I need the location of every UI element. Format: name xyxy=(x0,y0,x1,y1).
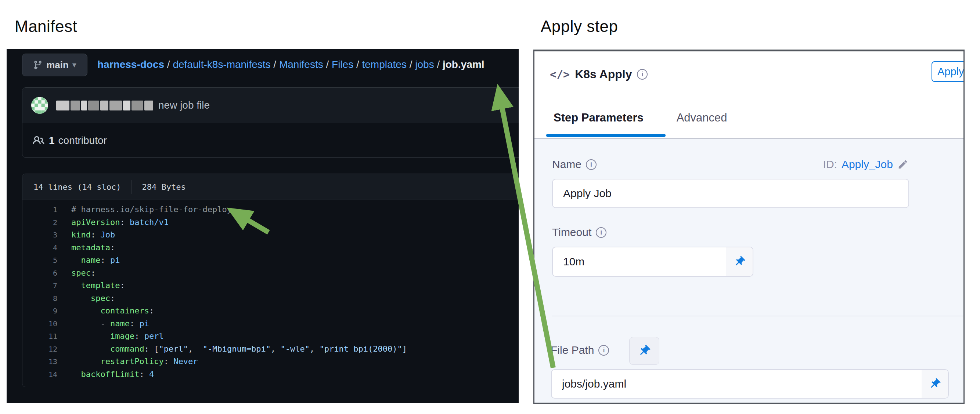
code-line: 5 name: pi xyxy=(22,254,519,267)
code-token xyxy=(71,306,100,315)
code-token: name xyxy=(110,319,130,328)
code-line: 10 - name: pi xyxy=(22,317,519,330)
timeout-input[interactable] xyxy=(552,247,753,277)
code-token xyxy=(71,332,110,341)
branch-name: main xyxy=(46,59,69,71)
code-token: : xyxy=(100,255,110,265)
line-number[interactable]: 13 xyxy=(22,355,57,368)
code-line: 12 command: ["perl", "-Mbignum=bpi", "-w… xyxy=(22,343,519,355)
file-path-pin-button[interactable] xyxy=(629,337,659,365)
breadcrumb-item[interactable]: Files xyxy=(332,59,353,70)
code-line: 1# harness.io/skip-file-for-deploy xyxy=(22,203,519,216)
breadcrumb-item[interactable]: templates xyxy=(362,59,407,70)
name-input[interactable] xyxy=(552,179,909,208)
line-content: metadata: xyxy=(57,241,115,254)
avatar[interactable] xyxy=(31,97,48,114)
code-token: "-wle" xyxy=(281,344,310,354)
code-line: 3kind: Job xyxy=(22,228,519,241)
breadcrumb-separator: / xyxy=(323,59,332,70)
timeout-field xyxy=(552,247,753,277)
breadcrumb-separator: / xyxy=(164,59,173,70)
commit-row: new job file xyxy=(22,88,519,123)
code-token: containers xyxy=(100,306,149,315)
timeout-field-label: Timeout i xyxy=(552,226,606,239)
latest-commit-box: new job file 1 contributor xyxy=(22,87,519,158)
branch-selector-button[interactable]: main ▾ xyxy=(22,54,88,76)
info-icon[interactable]: i xyxy=(596,227,606,238)
code-token: pi xyxy=(110,255,120,265)
info-icon[interactable]: i xyxy=(598,345,609,355)
timeout-pin-toggle[interactable] xyxy=(726,247,752,276)
file-stats-bar: 14 lines (14 sloc) 284 Bytes xyxy=(22,174,519,200)
line-number[interactable]: 12 xyxy=(22,343,57,355)
id-value-link[interactable]: Apply_Job xyxy=(842,158,893,171)
code-token: ] xyxy=(402,344,407,354)
active-tab-underline xyxy=(546,134,666,137)
info-icon[interactable]: i xyxy=(637,69,648,79)
apply-changes-button[interactable]: Apply xyxy=(932,61,964,82)
code-token: spec xyxy=(91,293,110,303)
file-path-field xyxy=(551,369,949,398)
line-content: # harness.io/skip-file-for-deploy xyxy=(57,203,232,216)
tab-step-parameters[interactable]: Step Parameters xyxy=(554,111,644,124)
people-icon xyxy=(33,135,45,146)
pushpin-icon xyxy=(733,255,746,268)
redacted-username[interactable] xyxy=(56,101,153,111)
code-token xyxy=(71,281,81,290)
line-content: command: ["perl", "-Mbignum=bpi", "-wle"… xyxy=(57,343,407,355)
code-token: batch/v1 xyxy=(130,217,169,227)
line-number[interactable]: 7 xyxy=(22,279,57,292)
file-path-input[interactable] xyxy=(551,369,949,398)
breadcrumb-item[interactable]: harness-docs xyxy=(97,59,164,70)
apply-step-section-title: Apply step xyxy=(541,17,618,36)
pencil-icon[interactable] xyxy=(897,159,908,170)
contributor-count: 1 xyxy=(49,135,55,146)
code-token: : xyxy=(164,357,174,366)
code-token: Job xyxy=(100,230,115,239)
code-token: name xyxy=(81,255,101,265)
line-number[interactable]: 5 xyxy=(22,254,57,267)
contributors-row[interactable]: 1 contributor xyxy=(22,123,519,158)
breadcrumb-item[interactable]: default-k8s-manifests xyxy=(173,59,270,70)
line-number[interactable]: 3 xyxy=(22,228,57,241)
code-token: : xyxy=(110,243,115,252)
code-token: : xyxy=(130,319,140,328)
line-number[interactable]: 4 xyxy=(22,241,57,254)
line-number[interactable]: 14 xyxy=(22,368,57,381)
tab-advanced[interactable]: Advanced xyxy=(676,111,727,124)
id-label: ID: xyxy=(823,158,837,171)
breadcrumb-item: job.yaml xyxy=(442,59,485,70)
manifest-section-title: Manifest xyxy=(15,17,77,36)
breadcrumb-item[interactable]: jobs xyxy=(415,59,434,70)
step-title: K8s Apply xyxy=(575,68,632,81)
code-line: 14 backoffLimit: 4 xyxy=(22,368,519,381)
pushpin-icon xyxy=(929,378,941,390)
contributor-label: contributor xyxy=(59,135,107,146)
code-token: metadata xyxy=(71,243,110,252)
section-divider xyxy=(552,316,964,316)
code-token: image xyxy=(110,332,134,341)
code-line: 7 template: xyxy=(22,279,519,292)
line-number[interactable]: 11 xyxy=(22,330,57,343)
code-token: , xyxy=(188,344,203,354)
code-token xyxy=(71,370,81,379)
line-number[interactable]: 10 xyxy=(22,317,57,330)
line-number[interactable]: 8 xyxy=(22,292,57,305)
line-number[interactable]: 2 xyxy=(22,216,57,229)
breadcrumb-item[interactable]: Manifests xyxy=(279,59,323,70)
code-lines: 1# harness.io/skip-file-for-deploy2apiVe… xyxy=(22,200,519,381)
code-line: 2apiVersion: batch/v1 xyxy=(22,216,519,229)
file-path-pin-toggle[interactable] xyxy=(921,370,948,398)
code-token: - xyxy=(71,319,110,328)
line-number[interactable]: 1 xyxy=(22,203,57,216)
code-line: 11 image: perl xyxy=(22,330,519,343)
code-token: pi xyxy=(139,319,149,328)
code-line: 9 containers: xyxy=(22,305,519,317)
code-token: backoffLimit xyxy=(81,370,140,379)
line-content: template: xyxy=(57,279,125,292)
line-number[interactable]: 6 xyxy=(22,267,57,280)
line-number[interactable]: 9 xyxy=(22,305,57,317)
commit-message[interactable]: new job file xyxy=(158,100,210,111)
github-file-panel: main ▾ harness-docs / default-k8s-manife… xyxy=(6,49,519,403)
info-icon[interactable]: i xyxy=(586,159,597,170)
